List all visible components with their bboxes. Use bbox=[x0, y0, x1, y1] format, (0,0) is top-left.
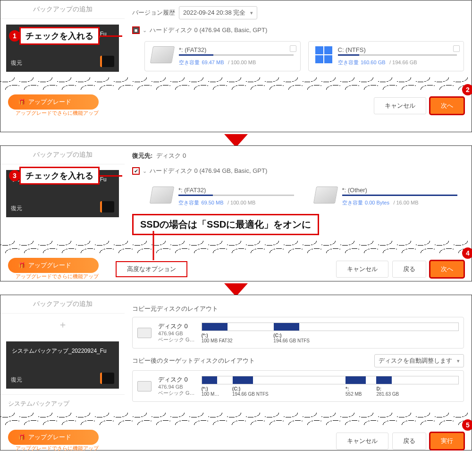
back-button[interactable]: 戻る bbox=[392, 261, 426, 278]
total-value: / 16.00 MB bbox=[393, 200, 418, 205]
server-icon bbox=[100, 201, 114, 212]
total-value: / 194.66 GB bbox=[389, 60, 417, 65]
next-button[interactable]: 次へ bbox=[430, 261, 464, 278]
destination-label: 復元先: bbox=[132, 152, 152, 160]
back-button[interactable]: 戻る bbox=[392, 433, 426, 450]
disk-name: ディスク 0 bbox=[158, 322, 195, 331]
partition-name: *: (Other) bbox=[342, 187, 458, 194]
partition-check-icon[interactable] bbox=[290, 45, 296, 52]
seg-detail: 100 MB FAT32 bbox=[202, 338, 274, 343]
hdd-icon bbox=[150, 46, 175, 63]
disk-type: ベーシック G… bbox=[158, 390, 195, 397]
free-value: 69.50 MB bbox=[201, 200, 223, 205]
restore-label: 復元 bbox=[11, 59, 22, 67]
disk-icon bbox=[137, 381, 152, 391]
seg-detail: 281.63 GB bbox=[376, 391, 399, 397]
partition-name: *: (FAT32) bbox=[179, 46, 294, 53]
version-select[interactable]: 2022-09-24 20:38 完全 bbox=[179, 6, 257, 19]
upgrade-note: アップグレードでさらに機能アップ bbox=[16, 273, 99, 280]
seg-name: (C:) bbox=[273, 333, 310, 338]
disk0-checkbox[interactable]: ■ bbox=[132, 26, 140, 34]
upgrade-button[interactable]: アップグレード bbox=[8, 258, 99, 273]
source-layout: ディスク 0 476.94 GB ベーシック G… (*:)100 MB FAT… bbox=[132, 317, 464, 348]
destination-value: ディスク 0 bbox=[156, 152, 186, 160]
partition-card-fat32[interactable]: *: (FAT32) 空き容量 69.50 MB / 100.00 MB bbox=[144, 182, 301, 211]
hdd-icon bbox=[313, 187, 337, 204]
step-1-text: チェックを入れる bbox=[19, 27, 100, 45]
seg-detail: 194.66 GB NTFS bbox=[273, 338, 310, 343]
add-backup-tab[interactable]: バックアップの追加 bbox=[0, 295, 125, 314]
cancel-button[interactable]: キャンセル bbox=[336, 433, 388, 450]
partition-card-other[interactable]: *: (Other) 空き容量 0.00 Bytes / 16.00 MB bbox=[308, 182, 464, 211]
seg-name: (C:) bbox=[232, 386, 346, 391]
free-value: 69.47 MB bbox=[202, 60, 224, 65]
server-icon bbox=[100, 56, 114, 67]
run-button[interactable]: 実行 bbox=[430, 433, 464, 450]
total-value: / 100.00 MB bbox=[228, 60, 256, 65]
partition-card-c[interactable]: C: (NTFS) 空き容量 160.60 GB / 194.66 GB bbox=[308, 41, 464, 71]
free-value: 0.00 Bytes bbox=[365, 200, 389, 205]
hdd-icon bbox=[150, 187, 174, 204]
disk0-checkbox[interactable]: ✔ bbox=[132, 167, 140, 175]
version-history-label: バージョン履歴 bbox=[132, 8, 175, 17]
cancel-button[interactable]: キャンセル bbox=[336, 261, 388, 278]
step-5-badge: 5 bbox=[462, 419, 472, 431]
seg-name: (*:) bbox=[202, 386, 232, 391]
target-partition-bar bbox=[202, 376, 459, 384]
upgrade-button[interactable]: アップグレード bbox=[8, 430, 99, 445]
partition-name: C: (NTFS) bbox=[338, 46, 457, 53]
add-backup-tab[interactable]: バックアップの追加 bbox=[0, 0, 125, 19]
step-3-text: チェックを入れる bbox=[19, 167, 100, 185]
partition-card-fat32[interactable]: *: (FAT32) 空き容量 69.47 MB / 100.00 MB bbox=[144, 41, 301, 71]
ssd-note: SSDの場合は「SSDに最適化」をオンに bbox=[132, 214, 319, 235]
total-value: / 100.00 MB bbox=[228, 200, 255, 205]
free-label: 空き容量 bbox=[342, 200, 363, 205]
step-4-badge: 4 bbox=[462, 247, 472, 259]
free-label: 空き容量 bbox=[338, 60, 359, 65]
step-3-badge: 3 bbox=[9, 170, 20, 181]
disk-size: 476.94 GB bbox=[158, 331, 195, 336]
partition-check-icon[interactable] bbox=[453, 45, 460, 52]
disk0-label: ハードディスク 0 (476.94 GB, Basic, GPT) bbox=[150, 26, 267, 34]
free-value: 160.60 GB bbox=[361, 60, 386, 65]
source-layout-title: コピー元ディスクのレイアウト bbox=[132, 305, 464, 313]
disk-name: ディスク 0 bbox=[158, 375, 195, 384]
callout-line bbox=[100, 175, 122, 177]
step-2-badge: 2 bbox=[462, 84, 472, 95]
disk-size: 476.94 GB bbox=[158, 384, 195, 390]
backup-card[interactable]: システムバックアップ_20220924_Fu 復元 bbox=[6, 341, 119, 389]
source-partition-bar bbox=[202, 323, 459, 331]
callout-line bbox=[100, 35, 122, 37]
seg-name: (*:) bbox=[202, 333, 274, 338]
server-icon bbox=[100, 373, 114, 384]
backup-title: システムバックアップ_20220924_Fu bbox=[12, 347, 113, 355]
add-plus-icon[interactable]: ＋ bbox=[0, 314, 125, 336]
free-label: 空き容量 bbox=[179, 60, 200, 65]
windows-icon bbox=[315, 46, 332, 63]
step-1-badge: 1 bbox=[9, 30, 20, 42]
partition-name: *: (FAT32) bbox=[178, 187, 294, 194]
free-label: 空き容量 bbox=[178, 200, 199, 205]
target-layout-title: コピー後のターゲットディスクのレイアウト bbox=[132, 357, 255, 365]
upgrade-note: アップグレードでさらに機能アップ bbox=[16, 445, 99, 452]
restore-label: 復元 bbox=[11, 204, 22, 212]
sidebar-item-system-backup[interactable]: システムバックアップ bbox=[0, 394, 125, 413]
disk-icon bbox=[137, 328, 152, 338]
seg-detail: 194.66 GB NTFS bbox=[232, 391, 346, 397]
seg-name: D: bbox=[376, 386, 399, 391]
advanced-options-button[interactable]: 高度なオプション bbox=[116, 261, 187, 277]
next-button[interactable]: 次へ bbox=[430, 97, 464, 114]
chevron-down-icon: ⌄ bbox=[143, 27, 147, 34]
upgrade-button[interactable]: アップグレード bbox=[8, 94, 99, 110]
restore-label: 復元 bbox=[11, 376, 22, 384]
seg-detail: 552 MB bbox=[346, 391, 376, 397]
add-backup-tab[interactable]: バックアップの追加 bbox=[0, 146, 125, 164]
cancel-button[interactable]: キャンセル bbox=[374, 97, 426, 114]
disk-type: ベーシック G… bbox=[158, 336, 195, 343]
seg-name: *: bbox=[346, 386, 376, 391]
disk0-label: ハードディスク 0 (476.94 GB, Basic, GPT) bbox=[150, 167, 267, 175]
auto-adjust-select[interactable]: ディスクを自動調整します bbox=[374, 354, 464, 367]
upgrade-note: アップグレードでさらに機能アップ bbox=[16, 110, 99, 117]
chevron-down-icon: ⌄ bbox=[143, 168, 147, 174]
seg-detail: 100 M… bbox=[202, 391, 232, 397]
